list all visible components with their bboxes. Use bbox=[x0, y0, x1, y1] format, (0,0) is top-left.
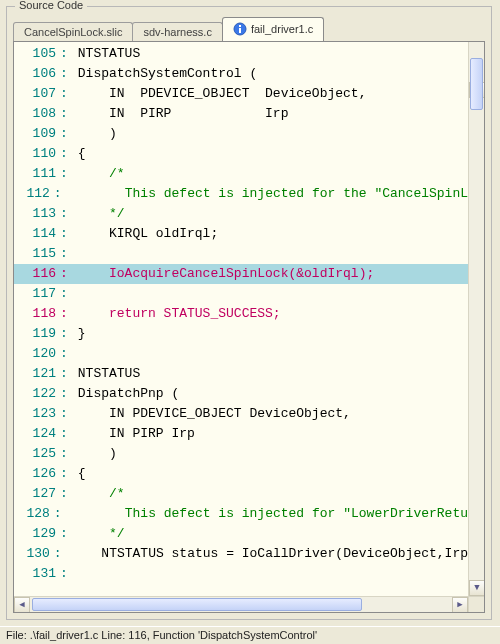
vertical-scrollbar[interactable]: ▲ ▼ bbox=[468, 42, 484, 596]
code-line[interactable]: 116: IoAcquireCancelSpinLock(&oldIrql); bbox=[14, 264, 468, 284]
code-line[interactable]: 112: This defect is injected for the "Ca… bbox=[14, 184, 468, 204]
line-colon: : bbox=[60, 324, 70, 344]
code-line[interactable]: 130: NTSTATUS status = IoCallDriver(Devi… bbox=[14, 544, 468, 564]
line-colon: : bbox=[60, 304, 70, 324]
line-number: 115 bbox=[14, 244, 60, 264]
line-text: IoAcquireCancelSpinLock(&oldIrql); bbox=[70, 264, 374, 284]
line-colon: : bbox=[60, 104, 70, 124]
svg-rect-2 bbox=[239, 25, 241, 27]
line-colon: : bbox=[60, 564, 70, 584]
code-line[interactable]: 124: IN PIRP Irp bbox=[14, 424, 468, 444]
line-text: } bbox=[70, 324, 86, 344]
line-colon: : bbox=[60, 364, 70, 384]
line-text: { bbox=[70, 464, 86, 484]
code-line[interactable]: 110: { bbox=[14, 144, 468, 164]
tab-cancelspinlock[interactable]: CancelSpinLock.slic bbox=[13, 22, 133, 42]
code-line[interactable]: 108: IN PIRP Irp bbox=[14, 104, 468, 124]
line-text: NTSTATUS bbox=[70, 364, 140, 384]
vertical-scroll-track[interactable] bbox=[469, 58, 484, 580]
line-colon: : bbox=[60, 124, 70, 144]
code-line[interactable]: 126: { bbox=[14, 464, 468, 484]
code-line[interactable]: 125: ) bbox=[14, 444, 468, 464]
line-text: ) bbox=[70, 124, 117, 144]
line-colon: : bbox=[60, 204, 70, 224]
code-line[interactable]: 120: bbox=[14, 344, 468, 364]
line-text bbox=[70, 564, 78, 584]
line-number: 106 bbox=[14, 64, 60, 84]
line-text: /* bbox=[70, 164, 125, 184]
line-text: return STATUS_SUCCESS; bbox=[70, 304, 281, 324]
line-colon: : bbox=[60, 484, 70, 504]
code-line[interactable]: 113: */ bbox=[14, 204, 468, 224]
line-number: 116 bbox=[14, 264, 60, 284]
code-line[interactable]: 105: NTSTATUS bbox=[14, 44, 468, 64]
line-number: 122 bbox=[14, 384, 60, 404]
line-colon: : bbox=[54, 504, 63, 524]
line-text: DispatchSystemControl ( bbox=[70, 64, 257, 84]
code-line[interactable]: 114: KIRQL oldIrql; bbox=[14, 224, 468, 244]
line-text: DispatchPnp ( bbox=[70, 384, 179, 404]
line-number: 123 bbox=[14, 404, 60, 424]
tab-sdv-harness[interactable]: sdv-harness.c bbox=[132, 22, 222, 42]
code-line[interactable]: 107: IN PDEVICE_OBJECT DeviceObject, bbox=[14, 84, 468, 104]
code-line[interactable]: 127: /* bbox=[14, 484, 468, 504]
line-colon: : bbox=[60, 44, 70, 64]
code-line[interactable]: 119: } bbox=[14, 324, 468, 344]
line-colon: : bbox=[60, 344, 70, 364]
scroll-down-arrow-icon[interactable]: ▼ bbox=[469, 580, 484, 596]
vertical-scroll-thumb[interactable] bbox=[470, 58, 483, 110]
code-line[interactable]: 117: bbox=[14, 284, 468, 304]
line-text: IN PDEVICE_OBJECT DeviceObject, bbox=[70, 404, 351, 424]
code-line[interactable]: 115: bbox=[14, 244, 468, 264]
code-line[interactable]: 123: IN PDEVICE_OBJECT DeviceObject, bbox=[14, 404, 468, 424]
line-colon: : bbox=[60, 464, 70, 484]
horizontal-scroll-track[interactable] bbox=[30, 597, 452, 612]
code-line[interactable]: 129: */ bbox=[14, 524, 468, 544]
line-colon: : bbox=[60, 64, 70, 84]
line-text: IN PIRP Irp bbox=[70, 424, 195, 444]
code-viewport[interactable]: 105: NTSTATUS106: DispatchSystemControl … bbox=[14, 42, 484, 612]
line-number: 108 bbox=[14, 104, 60, 124]
line-number: 117 bbox=[14, 284, 60, 304]
horizontal-scrollbar[interactable]: ◀ ▶ bbox=[14, 596, 468, 612]
code-line[interactable]: 109: ) bbox=[14, 124, 468, 144]
line-number: 127 bbox=[14, 484, 60, 504]
code-line[interactable]: 128: This defect is injected for "LowerD… bbox=[14, 504, 468, 524]
code-line[interactable]: 131: bbox=[14, 564, 468, 584]
line-number: 113 bbox=[14, 204, 60, 224]
line-text: IN PIRP Irp bbox=[70, 104, 288, 124]
line-colon: : bbox=[60, 164, 70, 184]
line-colon: : bbox=[60, 144, 70, 164]
svg-rect-1 bbox=[239, 28, 241, 33]
tab-fail-driver1[interactable]: fail_driver1.c bbox=[222, 17, 324, 41]
code-line[interactable]: 118: return STATUS_SUCCESS; bbox=[14, 304, 468, 324]
line-number: 107 bbox=[14, 84, 60, 104]
scroll-left-arrow-icon[interactable]: ◀ bbox=[14, 597, 30, 612]
info-icon bbox=[233, 22, 247, 36]
line-text: NTSTATUS status = IoCallDriver(DeviceObj… bbox=[62, 544, 468, 564]
code-area: 105: NTSTATUS106: DispatchSystemControl … bbox=[13, 41, 485, 613]
line-text: KIRQL oldIrql; bbox=[70, 224, 218, 244]
code-line[interactable]: 122: DispatchPnp ( bbox=[14, 384, 468, 404]
line-number: 120 bbox=[14, 344, 60, 364]
line-text: IN PDEVICE_OBJECT DeviceObject, bbox=[70, 84, 366, 104]
line-colon: : bbox=[60, 524, 70, 544]
tab-strip: CancelSpinLock.slic sdv-harness.c fail_d… bbox=[7, 7, 491, 41]
code-lines: 105: NTSTATUS106: DispatchSystemControl … bbox=[14, 44, 468, 596]
code-line[interactable]: 106: DispatchSystemControl ( bbox=[14, 64, 468, 84]
line-number: 109 bbox=[14, 124, 60, 144]
line-number: 125 bbox=[14, 444, 60, 464]
line-text: This defect is injected for "LowerDriver… bbox=[62, 504, 468, 524]
code-line[interactable]: 121: NTSTATUS bbox=[14, 364, 468, 384]
line-number: 111 bbox=[14, 164, 60, 184]
horizontal-scroll-thumb[interactable] bbox=[32, 598, 362, 611]
line-colon: : bbox=[60, 384, 70, 404]
line-colon: : bbox=[60, 264, 70, 284]
line-number: 128 bbox=[14, 504, 54, 524]
code-line[interactable]: 111: /* bbox=[14, 164, 468, 184]
line-text bbox=[70, 244, 78, 264]
line-text bbox=[70, 344, 78, 364]
line-colon: : bbox=[60, 244, 70, 264]
scroll-right-arrow-icon[interactable]: ▶ bbox=[452, 597, 468, 612]
line-text bbox=[70, 284, 78, 304]
